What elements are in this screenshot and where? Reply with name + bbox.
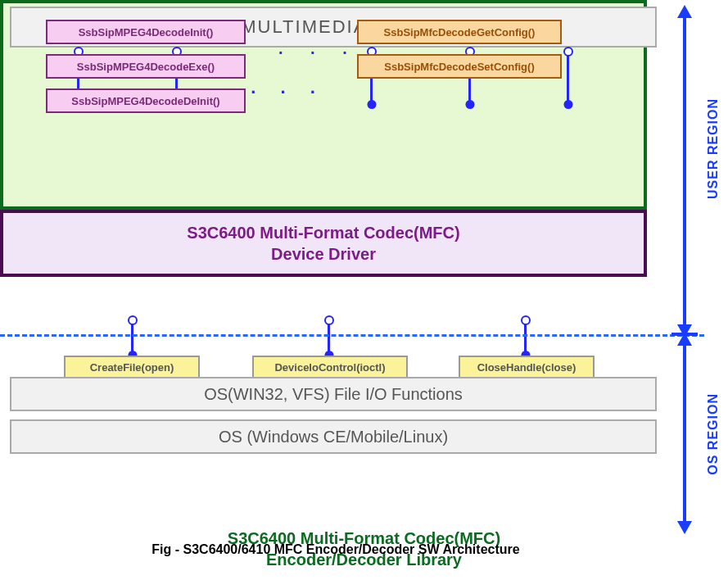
fn-label: SsbSipMPEG4DecodeExe() [77, 61, 215, 73]
region-divider [0, 334, 704, 337]
os-fileio-box: OS(WIN32, VFS) File I/O Functions [10, 377, 657, 411]
os-region-bracket [683, 344, 686, 523]
connector [131, 323, 133, 356]
os-layer-label: OS (Windows CE/Mobile/Linux) [219, 428, 448, 446]
connector [524, 323, 527, 356]
fn-label: SsbSipMPEG4DecodeInit() [79, 26, 214, 39]
figure-caption: Fig - S3C6400/6410 MFC Encoder/Decoder S… [0, 542, 671, 557]
fn-mpeg4-decode-exe: SsbSipMPEG4DecodeExe() [46, 54, 246, 79]
os-region-label: OS REGION [706, 393, 721, 475]
fn-deviceiocontrol: DeviceIoControl(ioctl) [252, 356, 408, 378]
fn-label: CloseHandle(close) [477, 361, 577, 374]
architecture-diagram: USER'S MULTIMEDIA APPLICATION . . . . Ss… [0, 0, 728, 580]
fn-mpeg4-decode-deinit: SsbSipMPEG4DecodeDeInit() [46, 88, 246, 113]
fn-label: SsbSipMfcDecodeGetConfig() [384, 26, 536, 39]
fn-createfile: CreateFile(open) [64, 356, 200, 378]
connector [328, 323, 330, 356]
fn-label: CreateFile(open) [90, 361, 174, 374]
user-region-bracket [683, 16, 686, 326]
user-region-label: USER REGION [706, 98, 721, 199]
fn-closehandle: CloseHandle(close) [459, 356, 595, 378]
connector [567, 54, 569, 105]
device-driver-box: S3C6400 Multi-Format Codec(MFC) Device D… [0, 210, 647, 277]
os-fileio-label: OS(WIN32, VFS) File I/O Functions [204, 385, 463, 404]
fn-label: SsbSipMPEG4DecodeDeInit() [71, 95, 219, 107]
driver-title-line1: S3C6400 Multi-Format Codec(MFC) [187, 224, 459, 242]
fn-mfc-decode-getconfig: SsbSipMfcDecodeGetConfig() [357, 20, 562, 44]
ellipsis-icon: . . . [278, 39, 359, 58]
fn-label: SsbSipMfcDecodeSetConfig() [384, 61, 534, 73]
os-layer-box: OS (Windows CE/Mobile/Linux) [10, 419, 657, 454]
driver-title-line2: Device Driver [271, 245, 376, 263]
fn-label: DeviceIoControl(ioctl) [274, 361, 385, 374]
fn-mpeg4-decode-init: SsbSipMPEG4DecodeInit() [46, 20, 246, 44]
fn-mfc-decode-setconfig: SsbSipMfcDecodeSetConfig() [357, 54, 562, 79]
